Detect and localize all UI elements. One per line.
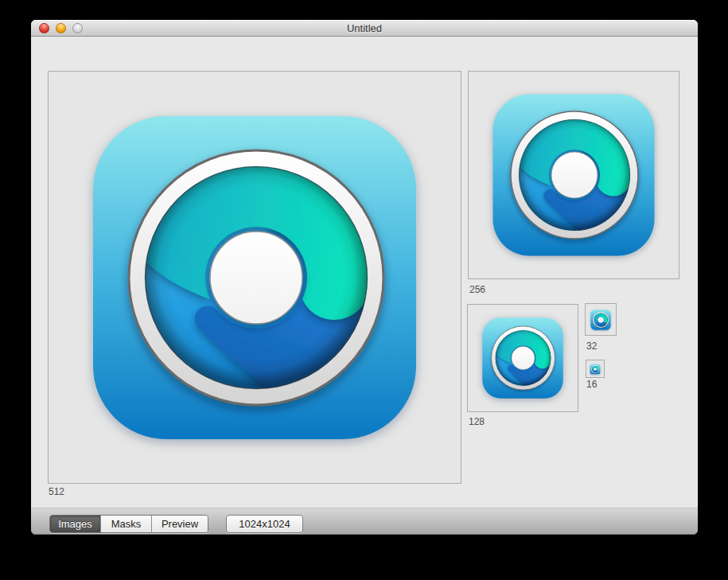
size-label-256: 256 — [469, 284, 485, 295]
preview-well-16[interactable] — [586, 360, 605, 378]
size-label-32: 32 — [586, 341, 597, 352]
segment-preview[interactable]: Preview — [152, 516, 208, 532]
view-mode-segmented-control: Images Masks Preview — [49, 515, 208, 533]
size-label-512: 512 — [49, 486, 64, 497]
preview-well-512[interactable] — [48, 71, 461, 484]
window-title: Untitled — [31, 20, 698, 37]
segment-images[interactable]: Images — [50, 516, 101, 532]
preview-well-256[interactable] — [468, 71, 679, 279]
preview-well-128[interactable] — [467, 304, 578, 412]
app-icon-preview-128 — [472, 307, 574, 409]
app-icon-preview-16 — [589, 363, 601, 376]
document-area: 512 256 128 32 16 — [31, 37, 698, 508]
size-label-16: 16 — [586, 379, 597, 390]
screenshot-stage: Untitled 512 256 128 32 16 — [0, 0, 728, 580]
app-icon-preview-256 — [472, 73, 675, 277]
app-icon-preview-512 — [51, 74, 458, 481]
segment-masks[interactable]: Masks — [101, 516, 152, 532]
size-1024-button[interactable]: 1024x1024 — [226, 515, 303, 533]
app-window: Untitled 512 256 128 32 16 — [31, 20, 698, 535]
app-icon-preview-32 — [588, 307, 613, 333]
size-label-128: 128 — [469, 416, 485, 427]
title-bar[interactable]: Untitled — [31, 20, 698, 37]
preview-well-32[interactable] — [585, 303, 617, 336]
bottom-toolbar: Images Masks Preview 1024x1024 — [31, 508, 698, 535]
